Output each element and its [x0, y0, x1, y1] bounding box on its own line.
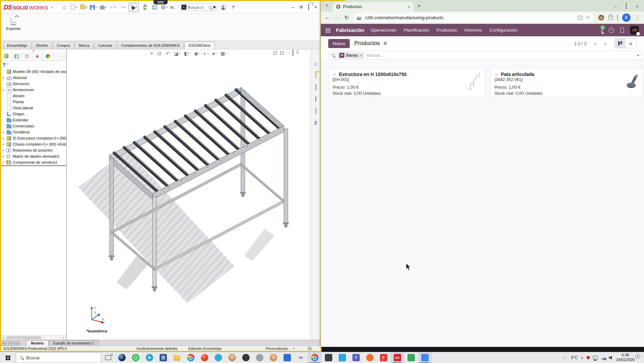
tree-item[interactable]: ▸ Componente de simetría1	[1, 159, 66, 165]
vscode-icon[interactable]	[335, 352, 349, 363]
tree-item[interactable]: Planta	[1, 99, 66, 105]
section-view-icon[interactable]: ◪▾	[174, 51, 180, 56]
sw-tab[interactable]: Croquis	[53, 42, 74, 49]
extension-monkey-icon[interactable]	[598, 15, 604, 21]
configurationmanager-tab[interactable]	[22, 52, 32, 61]
onedrive-cloud-icon[interactable]: ☁	[601, 355, 606, 360]
sw-tab[interactable]: Diseño	[32, 42, 52, 49]
odoo-app-name[interactable]: Fabricación	[336, 27, 364, 33]
app-icon-11[interactable]: F	[377, 352, 390, 363]
select-tool-button[interactable]: ▾	[129, 3, 139, 12]
sw-tab[interactable]: ICESWOdoo	[184, 42, 215, 49]
sw-tab[interactable]: Marca	[75, 42, 94, 49]
save-button[interactable]: ▾	[90, 3, 97, 12]
start-button[interactable]	[0, 352, 16, 363]
appearances-tab[interactable]	[43, 52, 53, 61]
file-explorer-icon[interactable]	[315, 73, 316, 79]
app-icon-10[interactable]	[363, 352, 377, 363]
forward-button[interactable]: →	[335, 14, 340, 21]
app-icon-7[interactable]	[266, 352, 280, 363]
tree-item[interactable]: ▸ Anotaciones	[1, 87, 66, 93]
motion-study-tab[interactable]: Estudio de movimiento 1	[49, 340, 98, 346]
teams-icon[interactable]: T	[349, 352, 363, 363]
new-tab-button[interactable]: +	[418, 3, 421, 8]
telegram-icon[interactable]	[142, 352, 156, 363]
tree-item[interactable]: ▸ Relaciones de posición	[1, 147, 66, 153]
screen-share-toolbar-handle[interactable]	[154, 0, 168, 4]
browser-close-button[interactable]: ×	[636, 3, 639, 9]
globe-icon[interactable]	[307, 347, 311, 351]
sw-restore-button[interactable]	[308, 4, 309, 10]
search-dropdown-caret[interactable]: ▾	[637, 53, 639, 57]
browser-tab[interactable]: Productos ×	[333, 2, 414, 11]
doc-minimize-button[interactable]: –	[287, 50, 289, 55]
tab-close-button[interactable]: ×	[407, 4, 410, 9]
kanban-view-button[interactable]	[615, 39, 626, 48]
display-style-icon[interactable]: ◉▾	[194, 51, 200, 56]
tree-item[interactable]: Estándar	[1, 117, 66, 123]
home-icon[interactable]: ⌂	[314, 61, 317, 67]
menu-expand-icon[interactable]: ▸	[51, 6, 53, 9]
web-3dexperience-icon[interactable]	[315, 96, 316, 102]
site-settings-icon[interactable]	[357, 17, 361, 18]
odoo-menu-item[interactable]: Productos	[437, 28, 457, 33]
profile-avatar[interactable]: E	[622, 13, 631, 22]
print-button[interactable]: ▾	[99, 3, 107, 12]
chrome-icon[interactable]	[184, 352, 198, 363]
sw-minimize-button[interactable]: –	[292, 4, 294, 10]
panel-expand-button[interactable]: ›	[61, 52, 66, 61]
recording-status-icon[interactable]	[587, 356, 590, 359]
open-button[interactable]: ▾	[80, 3, 87, 12]
pager-next-button[interactable]: ›	[602, 40, 608, 47]
solidworks-icon[interactable]: 2022	[390, 352, 404, 363]
doc-split-icon[interactable]	[280, 51, 284, 54]
favorite-star-icon[interactable]: ☆	[495, 72, 499, 77]
edit-appearance-icon[interactable]: ●▾	[212, 51, 217, 56]
chrome-active-icon[interactable]	[308, 352, 321, 363]
new-document-button[interactable]: ▾	[70, 3, 78, 12]
pager-previous-button[interactable]: ‹	[592, 40, 599, 47]
whatsapp-icon[interactable]	[129, 352, 142, 363]
file-explorer-icon[interactable]	[170, 352, 184, 363]
conveyor-3d-model[interactable]	[76, 68, 310, 303]
doc-tab-scroll-buttons[interactable]: |◂◂▸▸|	[2, 341, 20, 346]
panel-handle[interactable]	[1, 49, 66, 52]
filter-chip[interactable]: Bienes ×	[337, 52, 364, 59]
doc-restore-button[interactable]	[293, 50, 293, 56]
home-button[interactable]: ⌂	[60, 3, 68, 12]
undo-button[interactable]: ↶▾	[109, 3, 117, 12]
task-view-icon[interactable]	[101, 352, 115, 363]
extensions-icon[interactable]	[608, 15, 613, 19]
taskbar-search[interactable]: Buscar	[16, 352, 101, 363]
activities-clock-icon[interactable]	[609, 28, 614, 33]
units-selector[interactable]: Personalizado	[266, 347, 288, 351]
tree-item[interactable]: Origen	[1, 111, 66, 117]
sw-command-search[interactable]: >_ Buscar cc ▾	[180, 4, 217, 11]
account-button[interactable]	[220, 3, 227, 12]
sw-tab[interactable]: Calcular	[94, 42, 117, 49]
browser-menu-icon[interactable]: ⋮	[635, 14, 640, 21]
back-button[interactable]: ←	[325, 14, 330, 21]
app-icon-8[interactable]	[280, 352, 294, 363]
mobile-icon[interactable]	[620, 28, 624, 33]
tree-item[interactable]: ▸ Matriz de taladro derivado1	[1, 153, 66, 159]
propertymanager-tab[interactable]	[11, 52, 22, 61]
odoo-search-bar[interactable]: Bienes × Buscar... ▾	[328, 51, 642, 60]
new-record-button[interactable]: Nuevo	[328, 39, 350, 48]
scene-icon[interactable]: ▦▾	[220, 51, 227, 56]
scrollbar-thumb[interactable]	[6, 336, 41, 339]
app-icon-6[interactable]	[253, 352, 266, 363]
sw-close-button[interactable]: ×	[314, 4, 317, 10]
product-card[interactable]: ☆ Pata articulada [3842 352 061] Precio:…	[490, 68, 643, 97]
view-orientation-icon[interactable]: ◧▾	[184, 51, 190, 56]
sw-tab[interactable]: Complementos de SOLIDWORKS	[117, 42, 184, 49]
list-view-button[interactable]: ≡	[626, 39, 636, 48]
browser-maximize-button[interactable]	[626, 3, 627, 9]
tree-item[interactable]: Alzado	[1, 93, 66, 99]
app-icon-3[interactable]	[211, 352, 225, 363]
tab-search-button[interactable]: ∨	[326, 3, 328, 7]
weather-moon-icon[interactable]: ☾	[562, 354, 569, 361]
app-icon-9[interactable]	[321, 352, 335, 363]
tree-item[interactable]: ▸ Chasis completo<1> (00) <Estado d	[1, 141, 66, 147]
reload-button[interactable]: ↻	[344, 14, 349, 21]
